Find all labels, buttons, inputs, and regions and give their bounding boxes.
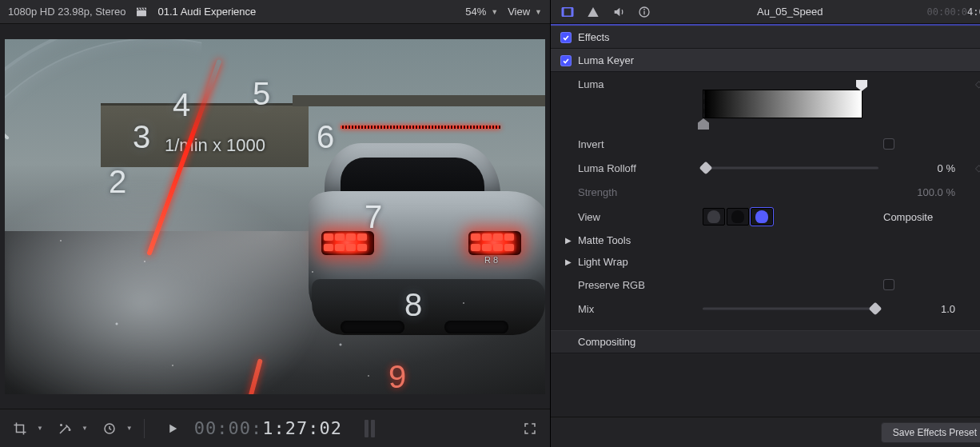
matte-tools-label: Matte Tools bbox=[578, 234, 631, 246]
svg-marker-8 bbox=[169, 424, 177, 433]
param-row-luma-rolloff: Luma Rolloff 0 % ◇ bbox=[551, 156, 980, 180]
audio-inspector-tab[interactable] bbox=[610, 3, 627, 21]
zoom-menu[interactable]: 54% ▼ bbox=[465, 6, 498, 18]
view-menu-label: View bbox=[508, 6, 530, 18]
info-inspector-tab[interactable] bbox=[635, 3, 653, 21]
chevron-down-icon: ▼ bbox=[82, 425, 88, 432]
tach-num-3: 3 bbox=[133, 119, 150, 155]
view-thumb-composite[interactable] bbox=[751, 208, 773, 225]
effects-enable-checkbox[interactable] bbox=[560, 32, 572, 43]
tach-num-5: 5 bbox=[253, 76, 270, 112]
strength-label: Strength bbox=[578, 186, 698, 198]
view-value: Composite bbox=[883, 211, 963, 223]
param-row-luma: Luma ◇ bbox=[551, 72, 980, 132]
chevron-down-icon: ▼ bbox=[37, 425, 43, 432]
svg-point-15 bbox=[643, 8, 645, 10]
svg-rect-14 bbox=[643, 10, 644, 14]
view-param-label: View bbox=[578, 211, 698, 223]
viewer-canvas-wrap: R8 2 3 4 5 6 7 8 9 1/min x 1000 bbox=[0, 24, 550, 409]
param-row-preserve-rgb: Preserve RGB ◇ bbox=[551, 273, 980, 297]
param-row-strength: Strength 100.0 % ◇ bbox=[551, 180, 980, 204]
mix-slider[interactable] bbox=[703, 303, 878, 314]
viewer-format: 1080p HD 23.98p, Stereo bbox=[8, 6, 125, 18]
keyframe-icon[interactable]: ◇ bbox=[968, 78, 980, 90]
video-inspector-tab[interactable] bbox=[559, 3, 576, 21]
effects-section-header[interactable]: Effects bbox=[551, 26, 980, 49]
invert-label: Invert bbox=[578, 138, 698, 150]
inspector-duration: 00:00:04:00 bbox=[927, 6, 980, 18]
mix-label: Mix bbox=[578, 303, 698, 315]
tc-main: 1:27:02 bbox=[262, 418, 342, 438]
luma-keyer-header[interactable]: Luma Keyer bbox=[551, 49, 980, 72]
param-row-mix: Mix 1.0 ◇ bbox=[551, 297, 980, 321]
chevron-down-icon: ▼ bbox=[491, 8, 498, 16]
view-thumb-original[interactable] bbox=[703, 208, 725, 225]
param-row-invert: Invert ◇ bbox=[551, 132, 980, 156]
inspector-body: Effects Luma Keyer Luma ◇ bbox=[551, 26, 980, 417]
app-root: 1080p HD 23.98p, Stereo 01.1 Audi Experi… bbox=[0, 0, 980, 447]
chevron-down-icon: ▼ bbox=[126, 425, 133, 432]
matte-tools-disclosure[interactable]: ▶ Matte Tools bbox=[551, 229, 980, 251]
tach-num-7: 7 bbox=[365, 199, 382, 235]
color-inspector-tab[interactable] bbox=[584, 3, 602, 21]
fullscreen-button[interactable] bbox=[520, 419, 540, 438]
svg-rect-11 bbox=[572, 7, 573, 16]
viewer-title: 01.1 Audi Experience bbox=[157, 6, 256, 18]
preserve-rgb-label: Preserve RGB bbox=[578, 279, 698, 291]
view-thumb-matte[interactable] bbox=[727, 208, 749, 225]
clapperboard-icon bbox=[135, 6, 148, 18]
tachometer-overlay: 2 3 4 5 6 7 8 9 1/min x 1000 bbox=[5, 39, 404, 394]
play-button[interactable] bbox=[162, 419, 183, 438]
view-menu[interactable]: View ▼ bbox=[508, 6, 542, 18]
luma-black-handle[interactable] bbox=[698, 118, 709, 130]
viewer-panel: 1080p HD 23.98p, Stereo 01.1 Audi Experi… bbox=[0, 0, 551, 447]
chevron-down-icon: ▼ bbox=[535, 8, 542, 16]
inspector-clip-name: Au_05_Speed bbox=[661, 6, 919, 18]
luma-keyer-label: Luma Keyer bbox=[578, 54, 634, 66]
light-wrap-disclosure[interactable]: ▶ Light Wrap bbox=[551, 251, 980, 273]
svg-point-6 bbox=[69, 429, 70, 430]
disclosure-triangle-icon: ▶ bbox=[565, 257, 573, 266]
luma-rolloff-label: Luma Rolloff bbox=[578, 162, 698, 174]
param-row-view: View Composite ◇ bbox=[551, 204, 980, 229]
viewer-timecode[interactable]: 00:00:1:27:02 bbox=[194, 418, 342, 438]
save-effects-preset-button[interactable]: Save Effects Preset bbox=[881, 422, 980, 443]
light-wrap-label: Light Wrap bbox=[578, 256, 628, 268]
svg-point-5 bbox=[61, 424, 62, 425]
luma-label: Luma bbox=[578, 78, 698, 90]
tach-num-9: 9 bbox=[388, 359, 406, 394]
disclosure-triangle-icon: ▶ bbox=[565, 236, 573, 245]
preserve-rgb-checkbox[interactable] bbox=[883, 279, 894, 290]
svg-rect-10 bbox=[562, 7, 564, 16]
tach-num-8: 8 bbox=[404, 287, 422, 323]
tach-num-2: 2 bbox=[109, 164, 126, 200]
tach-num-6: 6 bbox=[317, 119, 334, 155]
invert-checkbox[interactable] bbox=[883, 138, 894, 150]
keyframe-icon[interactable]: ◇ bbox=[968, 162, 980, 174]
viewer-canvas[interactable]: R8 2 3 4 5 6 7 8 9 1/min x 1000 bbox=[5, 39, 545, 394]
luma-gradient-control[interactable] bbox=[703, 82, 862, 128]
luma-rolloff-value[interactable]: 0 % bbox=[883, 162, 963, 174]
inspector-toolbar: Au_05_Speed 00:00:04:00 bbox=[551, 0, 980, 24]
crop-tool-button[interactable] bbox=[10, 419, 30, 438]
retime-tool-button[interactable] bbox=[99, 419, 120, 438]
viewer-transport-bar: ▼ ▼ ▼ 00:00:1:27:02 bbox=[0, 409, 550, 447]
svg-rect-0 bbox=[137, 10, 146, 16]
view-mode-picker[interactable] bbox=[703, 208, 878, 225]
tc-dim: 00:00: bbox=[194, 418, 262, 438]
tach-unit-label: 1/min x 1000 bbox=[165, 135, 265, 156]
mix-value[interactable]: 1.0 bbox=[883, 303, 963, 315]
audio-meters bbox=[365, 420, 375, 437]
inspector-panel: Au_05_Speed 00:00:04:00 Effects Luma Key… bbox=[551, 0, 980, 447]
luma-keyer-enable-checkbox[interactable] bbox=[560, 55, 572, 66]
luma-rolloff-slider[interactable] bbox=[703, 162, 878, 174]
svg-marker-12 bbox=[588, 7, 598, 17]
compositing-section-header[interactable]: Compositing bbox=[551, 330, 980, 353]
tach-num-4: 4 bbox=[173, 87, 190, 123]
strength-value: 100.0 % bbox=[883, 186, 963, 198]
inspector-footer: Save Effects Preset bbox=[551, 417, 980, 447]
effects-label: Effects bbox=[578, 31, 610, 43]
viewer-toolbar: 1080p HD 23.98p, Stereo 01.1 Audi Experi… bbox=[0, 0, 550, 24]
zoom-value: 54% bbox=[465, 6, 486, 18]
enhance-tool-button[interactable] bbox=[54, 419, 75, 438]
